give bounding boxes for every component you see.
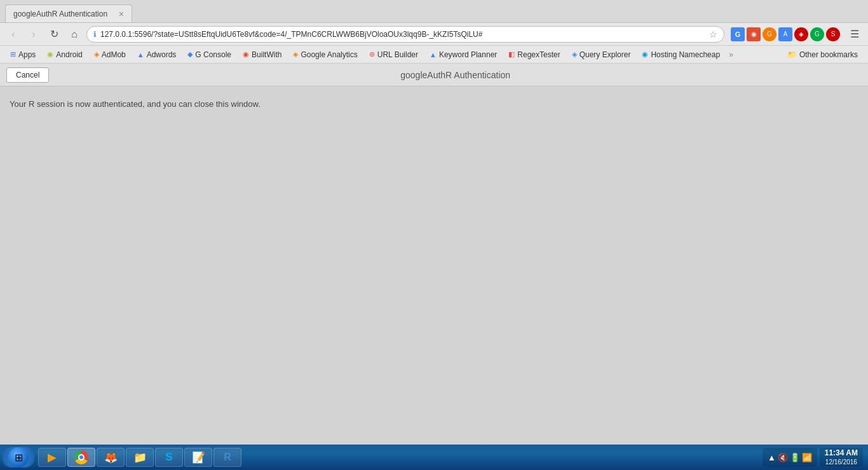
other-bookmarks[interactable]: 📁 Other bookmarks xyxy=(782,49,863,60)
taskbar-media-player[interactable]: ▶ xyxy=(38,448,66,467)
home-button[interactable]: ⌂ xyxy=(66,26,83,43)
url-text: 127.0.0.1:5596/?state=UStt8sEftqUidU6Te8… xyxy=(100,30,705,39)
gconsole-icon: ◆ xyxy=(187,50,193,59)
tab-close-button[interactable]: × xyxy=(119,9,124,19)
tray-volume-icon[interactable]: 🔇 xyxy=(778,453,788,462)
bookmark-query-label: Query Explorer xyxy=(580,50,631,59)
system-tray: ▲ 🔇 🔋 📶 xyxy=(763,448,817,467)
taskbar-skype[interactable]: S xyxy=(155,448,183,467)
media-player-icon: ▶ xyxy=(45,450,59,464)
r-icon: R xyxy=(220,450,234,464)
folder-icon: 📁 xyxy=(787,50,797,59)
files-icon: 📁 xyxy=(133,450,147,464)
address-bar[interactable]: ℹ 127.0.0.1:5596/?state=UStt8sEftqUidU6T… xyxy=(86,26,724,43)
ext-icon-6[interactable]: G xyxy=(810,27,824,41)
extension-icons: G ◉ G A ◈ G S xyxy=(728,27,843,41)
start-button[interactable]: ⊞ xyxy=(3,447,34,467)
chrome-menu-button[interactable]: ☰ xyxy=(846,26,863,43)
query-icon: ◈ xyxy=(572,50,577,59)
admob-icon: ◈ xyxy=(94,50,99,59)
bookmark-urlbuilder[interactable]: ⊛ URL Builder xyxy=(364,49,423,60)
bookmark-urlbuilder-label: URL Builder xyxy=(377,50,418,59)
page-content: Cancel googleAuthR Authentication Your R… xyxy=(0,64,868,445)
navigation-bar: ‹ › ↻ ⌂ ℹ 127.0.0.1:5596/?state=UStt8sEf… xyxy=(0,23,868,46)
ext-icon-7[interactable]: S xyxy=(826,27,840,41)
bookmark-adwords-label: Adwords xyxy=(147,50,177,59)
ext-icon-3[interactable]: G xyxy=(763,27,776,41)
taskbar-editor[interactable]: 📝 xyxy=(184,448,212,467)
taskbar-right-area: ▲ 🔇 🔋 📶 11:34 AM 12/16/2016 xyxy=(763,448,865,467)
bookmark-android[interactable]: ◉ Android xyxy=(42,49,87,60)
bookmark-builtwith[interactable]: ◉ BuiltWith xyxy=(238,49,287,60)
bookmark-gconsole[interactable]: ◆ G Console xyxy=(182,49,236,60)
ext-icon-4[interactable]: A xyxy=(778,27,792,41)
firefox-icon: 🦊 xyxy=(104,450,118,464)
editor-icon: 📝 xyxy=(191,450,205,464)
page-title: googleAuthR Authentication xyxy=(49,70,862,80)
builtwith-icon: ◉ xyxy=(243,50,249,59)
auth-message: Your R session is now authenticated, and… xyxy=(10,99,858,109)
windows-taskbar: ⊞ ▶ 🦊 📁 xyxy=(0,445,868,470)
back-button[interactable]: ‹ xyxy=(5,26,22,43)
reload-button[interactable]: ↻ xyxy=(46,26,62,43)
bookmark-regex-label: RegexTester xyxy=(517,50,560,59)
taskbar-clock[interactable]: 11:34 AM 12/16/2016 xyxy=(820,448,863,467)
tray-battery-icon[interactable]: 🔋 xyxy=(790,453,800,462)
hosting-icon: ◉ xyxy=(642,50,648,59)
taskbar-firefox[interactable]: 🦊 xyxy=(97,448,125,467)
bookmarks-more-indicator: » xyxy=(729,50,733,59)
page-toolbar: Cancel googleAuthR Authentication xyxy=(0,64,868,86)
start-orb: ⊞ xyxy=(8,447,29,467)
clock-date: 12/16/2016 xyxy=(825,458,857,466)
bookmark-apps-label: Apps xyxy=(18,50,36,59)
bookmark-hosting-label: Hosting Namecheap xyxy=(651,50,720,59)
taskbar-chrome[interactable] xyxy=(67,448,95,467)
bookmark-star-icon[interactable]: ☆ xyxy=(709,29,717,39)
regex-icon: ◧ xyxy=(508,50,515,59)
page-body: Your R session is now authenticated, and… xyxy=(0,86,868,445)
chrome-taskbar-icon xyxy=(74,450,88,464)
urlbuilder-icon: ⊛ xyxy=(369,50,375,59)
keyword-icon: ▲ xyxy=(430,51,437,59)
bookmark-regex[interactable]: ◧ RegexTester xyxy=(503,49,565,60)
tab-bar: googleAuthR Authentication × xyxy=(0,0,868,23)
other-bookmarks-label: Other bookmarks xyxy=(799,50,858,59)
cancel-button[interactable]: Cancel xyxy=(6,67,49,83)
bookmark-ga[interactable]: ◈ Google Analytics xyxy=(288,49,362,60)
bookmark-query[interactable]: ◈ Query Explorer xyxy=(567,49,636,60)
browser-window: googleAuthR Authentication × ‹ › ↻ ⌂ ℹ 1… xyxy=(0,0,868,470)
forward-button[interactable]: › xyxy=(25,26,42,43)
taskbar-r[interactable]: R xyxy=(214,448,241,467)
bookmark-admob[interactable]: ◈ AdMob xyxy=(89,49,131,60)
bookmark-gconsole-label: G Console xyxy=(195,50,231,59)
adwords-icon: ▲ xyxy=(137,51,144,59)
bookmark-ga-label: Google Analytics xyxy=(301,50,357,59)
taskbar-files[interactable]: 📁 xyxy=(126,448,154,467)
apps-icon: ⊞ xyxy=(10,50,16,59)
bookmarks-bar: ⊞ Apps ◉ Android ◈ AdMob ▲ Adwords ◆ G C… xyxy=(0,46,868,64)
bookmark-keyword-label: Keyword Planner xyxy=(439,50,497,59)
tab-title: googleAuthR Authentication xyxy=(13,10,114,18)
bookmark-admob-label: AdMob xyxy=(102,50,126,59)
ext-icon-5[interactable]: ◈ xyxy=(794,27,808,41)
active-tab[interactable]: googleAuthR Authentication × xyxy=(5,4,132,22)
bookmark-hosting[interactable]: ◉ Hosting Namecheap xyxy=(637,49,725,60)
security-icon: ℹ xyxy=(93,30,97,39)
bookmark-keyword[interactable]: ▲ Keyword Planner xyxy=(424,49,502,60)
ext-icon-2[interactable]: ◉ xyxy=(747,27,761,41)
tray-up-arrow[interactable]: ▲ xyxy=(768,453,776,462)
bookmark-adwords[interactable]: ▲ Adwords xyxy=(132,49,182,60)
ga-icon: ◈ xyxy=(293,50,298,59)
bookmark-builtwith-label: BuiltWith xyxy=(252,50,281,59)
clock-time: 11:34 AM xyxy=(825,448,858,459)
bookmark-android-label: Android xyxy=(56,50,82,59)
bookmark-apps[interactable]: ⊞ Apps xyxy=(5,49,41,60)
skype-icon: S xyxy=(162,450,176,464)
tray-network-icon[interactable]: 📶 xyxy=(802,453,812,462)
android-icon: ◉ xyxy=(47,50,53,59)
ext-icon-1[interactable]: G xyxy=(731,27,745,41)
